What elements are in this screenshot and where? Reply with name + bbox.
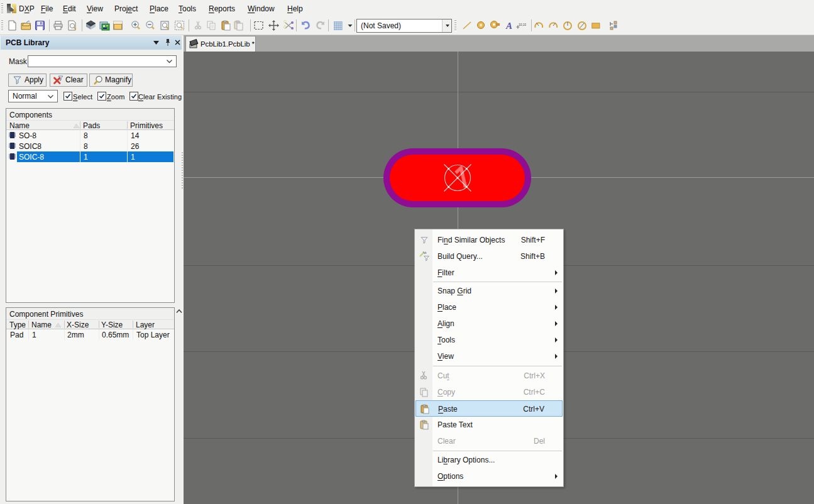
svg-text:A: A [505,21,512,31]
svg-text:10,10: 10,10 [519,23,526,26]
